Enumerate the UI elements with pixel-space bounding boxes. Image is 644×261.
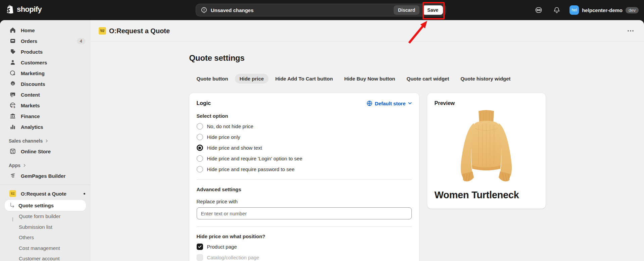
sidebar-item-label: Quote settings xyxy=(18,203,54,208)
sidebar-item-customers[interactable]: Customers xyxy=(0,57,91,68)
sidebar-item-label: Content xyxy=(21,92,40,98)
products-tag-icon xyxy=(9,48,16,55)
sidebar-item-label: Home xyxy=(21,28,35,33)
sidebar-item-analytics[interactable]: Analytics xyxy=(0,121,91,132)
sidebar-item-label: Products xyxy=(21,49,43,55)
logic-card-title: Logic xyxy=(197,100,211,106)
shopify-wordmark: shopify xyxy=(17,5,42,14)
topbar-right: hel helpcenter-demo dev xyxy=(533,0,639,20)
sidebar-item-label: Orders xyxy=(21,38,37,44)
radio-label: Hide price and require password to see xyxy=(207,166,295,172)
apps-header[interactable]: Apps xyxy=(0,160,91,170)
radio-hide-price-only[interactable]: Hide price only xyxy=(197,134,412,140)
sidebar-item-finance[interactable]: Finance xyxy=(0,111,91,121)
branch-connector-line xyxy=(12,217,13,221)
sidebar-item-online-store[interactable]: Online Store xyxy=(0,146,91,157)
sidebar-item-label: Analytics xyxy=(21,124,43,130)
checkbox-product-page[interactable]: Product page xyxy=(197,244,412,250)
store-selector-label: Default store xyxy=(375,101,406,106)
store-account-chip[interactable]: hel helpcenter-demo dev xyxy=(569,5,639,15)
radio-hide-price-require-password[interactable]: Hide price and require password to see xyxy=(197,166,412,172)
tab-hide-add-to-cart[interactable]: Hide Add To Cart button xyxy=(270,74,338,84)
chevron-right-icon xyxy=(23,164,26,167)
radio-circle-selected[interactable] xyxy=(197,145,203,151)
shopify-bag-icon xyxy=(6,5,14,14)
store-selector-dropdown[interactable]: Default store xyxy=(366,100,412,106)
more-actions-button[interactable] xyxy=(625,25,636,36)
quote-snap-app-icon: Quote Snap xyxy=(9,190,16,197)
radio-label: Hide price and require 'Login' option to… xyxy=(207,156,302,161)
replace-price-label: Replace price with xyxy=(197,199,412,204)
settings-tabs: Quote button Hide price Hide Add To Cart… xyxy=(192,74,546,84)
horizontal-dots-icon xyxy=(627,30,634,32)
sidebar-item-label: Customers xyxy=(21,60,47,65)
sales-channels-label: Sales channels xyxy=(9,138,43,144)
checkbox-label: Catalog/collection page xyxy=(207,255,259,260)
tab-hide-buy-now[interactable]: Hide Buy Now button xyxy=(340,74,400,84)
radio-circle[interactable] xyxy=(197,123,203,129)
store-name: helpcenter-demo xyxy=(582,7,623,13)
sidebar-item-label: Discounts xyxy=(21,81,45,87)
sales-channels-header[interactable]: Sales channels xyxy=(0,136,91,146)
finance-bank-icon xyxy=(9,113,16,119)
radio-hide-price-show-text[interactable]: Hide price and show text xyxy=(197,145,412,151)
sidebar-item-gempages[interactable]: GemPages Builder xyxy=(0,170,91,181)
sidebar-item-quote-form-builder[interactable]: Quote form builder xyxy=(0,211,91,222)
checkbox-unchecked[interactable] xyxy=(197,254,203,261)
tab-quote-history-widget[interactable]: Quote history widget xyxy=(456,74,515,84)
sidebar-item-label: Online Store xyxy=(21,149,51,154)
sidebar-item-orders[interactable]: Orders 4 xyxy=(0,36,91,46)
sidebar-item-label: Quote form builder xyxy=(19,213,60,219)
alert-icon xyxy=(201,7,207,13)
tab-hide-price[interactable]: Hide price xyxy=(235,74,269,84)
sidebar-item-label: Finance xyxy=(21,113,40,119)
radio-circle[interactable] xyxy=(197,134,203,140)
radio-label: No, do not hide price xyxy=(207,123,253,129)
shopify-logo[interactable]: shopify xyxy=(6,5,42,14)
sidebar-item-discounts[interactable]: Discounts xyxy=(0,79,91,89)
radio-label: Hide price and show text xyxy=(207,145,262,151)
hide-price-position-label: Hide price on what position? xyxy=(197,233,412,239)
sidebar-item-home[interactable]: Home xyxy=(0,25,91,36)
product-image-sweater xyxy=(452,108,521,188)
sidebar-item-cost-management[interactable]: Cost management xyxy=(0,243,91,254)
sidebar-item-label: Cost management xyxy=(19,245,60,251)
sidebar-item-products[interactable]: Products xyxy=(0,46,91,57)
discard-button[interactable]: Discard xyxy=(394,5,419,15)
preview-title: Preview xyxy=(435,100,538,106)
app-notification-dot xyxy=(84,193,85,195)
radio-no-hide-price[interactable]: No, do not hide price xyxy=(197,123,412,129)
sidebar-item-request-a-quote-app[interactable]: Quote Snap O:Request a Quote xyxy=(0,188,91,199)
sidebar-item-content[interactable]: Content xyxy=(0,89,91,100)
orders-icon xyxy=(9,38,16,44)
sidebar-item-customer-account[interactable]: Customer account xyxy=(0,253,91,261)
save-button[interactable]: Save xyxy=(423,5,443,15)
cards-row: Logic Default store Select option No, do… xyxy=(189,93,546,261)
sidebar-item-marketing[interactable]: Marketing xyxy=(0,68,91,79)
home-icon xyxy=(9,27,16,34)
checkbox-catalog-collection-page[interactable]: Catalog/collection page xyxy=(197,254,412,261)
page-header-title: O:Request a Quote xyxy=(109,27,170,35)
radio-circle[interactable] xyxy=(197,155,203,162)
tab-quote-cart-widget[interactable]: Quote cart widget xyxy=(402,74,454,84)
sidebar-item-others[interactable]: Others xyxy=(0,232,91,243)
chevron-right-icon xyxy=(45,139,48,143)
svg-text:$: $ xyxy=(13,105,15,109)
customers-icon xyxy=(9,59,16,66)
sidebar-item-submission-list[interactable]: Submission list xyxy=(0,222,91,232)
dev-badge: dev xyxy=(626,7,639,13)
sidebar-item-markets[interactable]: $ Markets xyxy=(0,100,91,111)
replace-price-input[interactable] xyxy=(197,207,412,219)
radio-circle[interactable] xyxy=(197,166,203,172)
radio-label: Hide price only xyxy=(207,134,240,140)
checkbox-checked[interactable] xyxy=(197,244,203,250)
radio-hide-price-require-login[interactable]: Hide price and require 'Login' option to… xyxy=(197,155,412,162)
sidebar-item-label: Others xyxy=(19,234,34,240)
notifications-bell-icon[interactable] xyxy=(551,5,562,15)
sidebar-item-quote-settings-selected[interactable]: Quote settings xyxy=(5,200,86,211)
divider xyxy=(197,226,412,227)
sidebar-item-label: Submission list xyxy=(19,224,52,230)
markets-globe-icon: $ xyxy=(9,102,16,109)
tab-quote-button[interactable]: Quote button xyxy=(192,74,233,84)
sidekick-assistant-icon[interactable] xyxy=(533,5,544,15)
